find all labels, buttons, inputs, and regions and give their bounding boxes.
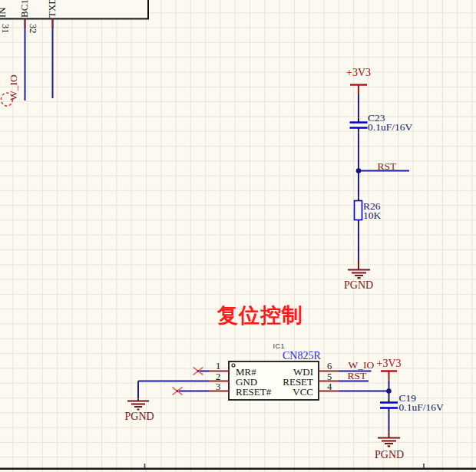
ic-pin4-number: 4: [325, 382, 334, 392]
pin-number-31: 31: [1, 24, 11, 34]
bottom-component-edge: [0, 464, 476, 469]
ic-designator[interactable]: IC1: [273, 343, 286, 350]
power-symbol-3v3-top[interactable]: [350, 85, 367, 94]
net-label-rst-ic[interactable]: RST: [348, 371, 367, 381]
pin-name-bc1: BC1: [19, 0, 29, 18]
ic-pin1-number: 1: [213, 361, 223, 371]
ground-symbol-right[interactable]: [378, 432, 400, 447]
ground-symbol-top[interactable]: [348, 260, 370, 278]
power-label-3v3-ic[interactable]: +3V3: [376, 358, 402, 369]
schematic-canvas[interactable]: IN BC1 TXD 31 32 W_IO +3V3 C23 0.1uF/16V…: [0, 0, 476, 472]
ic-pin6-number: 6: [325, 361, 334, 371]
power-symbol-3v3-ic[interactable]: [381, 371, 397, 381]
res-r26-value[interactable]: 10K: [363, 210, 381, 221]
resistor-r26[interactable]: [355, 198, 362, 224]
ic-pin-name-vcc: VCC: [253, 387, 313, 397]
section-title-reset-control[interactable]: 复位控制: [217, 305, 303, 326]
net-label-rst-top[interactable]: RST: [378, 161, 397, 172]
pin-name-partial: IN: [0, 7, 7, 18]
ground-label-pgnd-left[interactable]: PGND: [125, 411, 154, 422]
power-label-3v3-top[interactable]: +3V3: [345, 68, 372, 78]
ground-label-pgnd-top[interactable]: PGND: [344, 280, 373, 291]
capacitor-c23[interactable]: [350, 118, 368, 133]
junction-dot: [356, 168, 362, 173]
ground-symbol-left[interactable]: [127, 399, 149, 410]
pin-number-32: 32: [28, 24, 38, 34]
pin-name-txd: TXD: [47, 0, 57, 18]
junction-dot: [386, 388, 392, 394]
ic-pin-name-reset-out: RESET: [253, 377, 313, 387]
net-label-wio-rotated[interactable]: W_IO: [8, 74, 19, 101]
ground-label-pgnd-right[interactable]: PGND: [375, 450, 404, 460]
ic-part-number[interactable]: CN825R: [283, 351, 321, 361]
power-decoupling-branch[interactable]: [378, 371, 400, 447]
ic-pin2-number: 2: [213, 372, 223, 382]
ic-pin3-number: 3: [213, 382, 223, 392]
net-label-wio-ic[interactable]: W_IO: [349, 360, 375, 371]
ic-pin1-dot: [232, 364, 235, 367]
cap-c23-value[interactable]: 0.1uF/16V: [368, 122, 412, 133]
ic-pin5-number: 5: [325, 372, 334, 382]
cap-c19-value[interactable]: 0.1uF/16V: [399, 402, 444, 413]
capacitor-c19[interactable]: [380, 398, 398, 413]
ic-pin-name-wdi: WDI: [253, 367, 313, 377]
